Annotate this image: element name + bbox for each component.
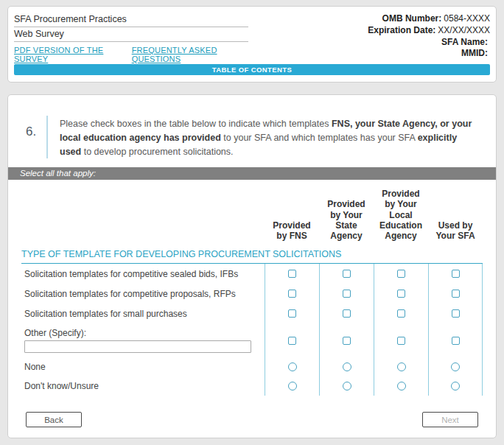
select-all-bar: Select all that apply: (8, 167, 496, 180)
meta-line-sfa-name: SFA Name: (368, 37, 490, 49)
column-header-local-education-agency: Provided by Your Local Education Agency (374, 180, 428, 247)
cell-rfps-sfa (428, 284, 483, 304)
question-text: Please check boxes in the table below to… (58, 116, 480, 158)
omb-number-value: 0584-XXXX (444, 13, 490, 24)
survey-header-card: SFA Procurement Practices Web Survey PDF… (7, 6, 497, 83)
row-label-sealed-bids: Solicitation templates for competitive s… (21, 264, 265, 284)
checkbox-other-lea[interactable] (397, 337, 405, 345)
question-number: 6. (26, 116, 43, 158)
cell-dont-know-sfa (428, 376, 483, 396)
checkbox-rfps-sfa[interactable] (452, 290, 460, 298)
radio-none-state[interactable] (343, 362, 351, 371)
column-header-used-by-sfa: Used by Your SFA (428, 211, 483, 247)
cell-dont-know-fns (265, 376, 319, 396)
radio-none-sfa[interactable] (451, 362, 460, 371)
checkbox-other-sfa[interactable] (452, 337, 460, 345)
header-spacer (21, 180, 265, 247)
cell-none-state (319, 357, 374, 376)
checkbox-sealed-bids-lea[interactable] (397, 270, 405, 278)
expiration-date-value: XX/XX/XXXX (438, 25, 490, 35)
cell-none-fns (265, 357, 319, 376)
meta-line-expiration: Expiration Date:XX/XX/XXXX (368, 25, 490, 37)
cell-sealed-bids-sfa (428, 264, 483, 284)
question-block: 6. Please check boxes in the table below… (8, 95, 496, 167)
cell-small-purchases-sfa (428, 304, 483, 323)
radio-none-fns[interactable] (288, 362, 297, 371)
cell-rfps-lea (374, 284, 428, 304)
cell-none-lea (374, 357, 428, 376)
page: SFA Procurement Practices Web Survey PDF… (0, 0, 504, 445)
survey-meta: OMB Number:0584-XXXX Expiration Date:XX/… (368, 13, 490, 60)
sfa-name-label: SFA Name: (441, 37, 488, 47)
question-divider (46, 116, 48, 158)
column-header-fns: Provided by FNS (265, 211, 319, 247)
checkbox-small-purchases-lea[interactable] (397, 309, 405, 318)
cell-small-purchases-fns (265, 304, 319, 323)
checkbox-other-fns[interactable] (288, 337, 296, 345)
table-of-contents-button[interactable]: TABLE OF CONTENTS (14, 64, 490, 75)
column-header-state-agency: Provided by Your State Agency (319, 190, 374, 247)
question-text-part: to develop procurement solicitations. (81, 147, 233, 157)
checkbox-sealed-bids-fns[interactable] (288, 270, 296, 278)
meta-line-omb: OMB Number:0584-XXXX (368, 13, 490, 25)
cell-sealed-bids-fns (265, 264, 319, 284)
survey-title-line2: Web Survey (14, 27, 248, 42)
question-card: 6. Please check boxes in the table below… (7, 94, 497, 438)
cell-other-fns (265, 323, 319, 357)
pdf-version-link[interactable]: PDF VERSION OF THE SURVEY (14, 46, 122, 63)
checkbox-other-state[interactable] (343, 337, 351, 345)
other-label: Other (Specify): (24, 328, 86, 338)
checkbox-sealed-bids-sfa[interactable] (452, 270, 460, 278)
row-label-small-purchases: Solicitation templates for small purchas… (21, 304, 265, 323)
footer-navigation: Back Next (8, 412, 496, 427)
faq-link[interactable]: FREQUENTLY ASKED QUESTIONS (132, 46, 248, 63)
omb-number-label: OMB Number: (382, 13, 442, 24)
radio-dont-know-lea[interactable] (397, 382, 406, 390)
radio-dont-know-sfa[interactable] (451, 382, 460, 390)
checkbox-rfps-state[interactable] (343, 290, 351, 298)
checkbox-rfps-fns[interactable] (288, 290, 296, 298)
mmid-label: MMID: (461, 48, 488, 58)
header-top-row: SFA Procurement Practices Web Survey PDF… (14, 13, 490, 63)
cell-other-sfa (428, 323, 483, 357)
checkbox-small-purchases-sfa[interactable] (452, 309, 460, 318)
cell-sealed-bids-state (319, 264, 374, 284)
cell-dont-know-state (319, 376, 374, 396)
radio-dont-know-fns[interactable] (288, 382, 297, 390)
question-text-part: to your SFA and which templates has your… (221, 133, 418, 143)
cell-rfps-fns (265, 284, 319, 304)
cell-other-lea (374, 323, 428, 357)
radio-none-lea[interactable] (397, 362, 406, 371)
cell-none-sfa (428, 357, 483, 376)
survey-title-line1: SFA Procurement Practices (14, 13, 248, 27)
checkbox-rfps-lea[interactable] (397, 290, 405, 298)
section-header: TYPE OF TEMPLATE FOR DEVELOPING PROCUREM… (21, 249, 341, 259)
cell-small-purchases-lea (374, 304, 428, 323)
expiration-date-label: Expiration Date: (368, 25, 435, 35)
cell-rfps-state (319, 284, 374, 304)
meta-line-mmid: MMID: (368, 48, 490, 60)
question-text-part: Please check boxes in the table below to… (60, 119, 332, 129)
radio-dont-know-state[interactable] (343, 382, 351, 390)
next-button[interactable]: Next (422, 412, 478, 427)
row-label-other: Other (Specify): (21, 323, 265, 357)
cell-small-purchases-state (319, 304, 374, 323)
row-label-proposals-rfps: Solicitation templates for competitive p… (21, 284, 265, 304)
checkbox-sealed-bids-state[interactable] (343, 270, 351, 278)
cell-other-state (319, 323, 374, 357)
other-specify-input[interactable] (24, 340, 251, 353)
section-header-cell: TYPE OF TEMPLATE FOR DEVELOPING PROCUREM… (21, 247, 483, 264)
cell-sealed-bids-lea (374, 264, 428, 284)
survey-titles: SFA Procurement Practices Web Survey PDF… (14, 13, 248, 63)
checkbox-small-purchases-fns[interactable] (288, 309, 296, 318)
cell-dont-know-lea (374, 376, 428, 396)
checkbox-small-purchases-state[interactable] (343, 309, 351, 318)
template-table: Provided by FNS Provided by Your State A… (8, 180, 496, 396)
row-label-none: None (21, 357, 265, 376)
header-links: PDF VERSION OF THE SURVEY FREQUENTLY ASK… (14, 42, 248, 63)
row-label-dont-know: Don't know/Unsure (21, 376, 265, 396)
back-button[interactable]: Back (26, 412, 82, 427)
